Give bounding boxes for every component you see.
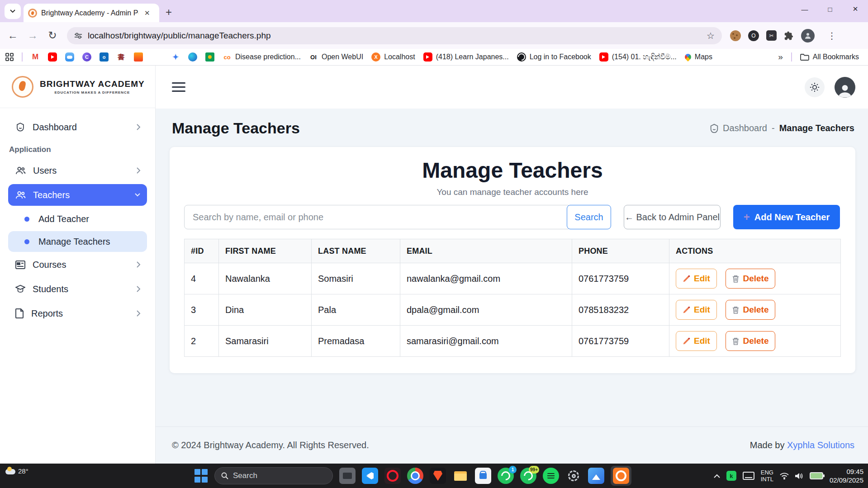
browser-profile-avatar[interactable] [801, 29, 815, 43]
settings-gear-icon[interactable] [565, 468, 582, 484]
user-avatar[interactable] [835, 77, 855, 98]
edit-button[interactable]: Edit [676, 300, 717, 320]
page-footer: © 2024 Brightway Academy. All Rights Res… [156, 426, 868, 464]
new-tab-button[interactable]: + [166, 6, 172, 19]
square-extension-icon[interactable]: ✂ [766, 30, 777, 41]
edge-bookmark-icon[interactable] [188, 52, 197, 62]
apps-grid-icon[interactable] [5, 53, 14, 61]
outlook-bookmark-icon[interactable]: o [100, 52, 109, 62]
touch-keyboard-icon[interactable] [743, 472, 754, 480]
cell-id: 2 [185, 326, 219, 357]
breadcrumb-separator: - [772, 123, 775, 133]
search-input[interactable] [184, 205, 569, 229]
url-bar[interactable]: localhost/brightway/public/manageTeacher… [67, 27, 722, 44]
sidebar-item-teachers[interactable]: Teachers [8, 184, 147, 206]
bullet-dot-icon [24, 217, 29, 222]
brave-icon[interactable] [430, 468, 446, 484]
sidebar-item-users[interactable]: Users [8, 160, 147, 181]
search-button[interactable]: Search [567, 205, 611, 229]
sidebar-item-manage-teachers[interactable]: Manage Teachers [8, 231, 147, 252]
wifi-icon[interactable] [780, 473, 789, 479]
chrome-icon[interactable] [407, 468, 423, 484]
chevron-up-icon[interactable] [714, 474, 720, 478]
language-indicator[interactable]: ENG INTL [761, 469, 773, 483]
start-button[interactable] [194, 469, 208, 483]
whatsapp-business-icon[interactable]: 99+ [520, 468, 536, 484]
window-close-button[interactable]: ✕ [843, 0, 868, 18]
edit-button[interactable]: Edit [676, 269, 717, 289]
theme-toggle-button[interactable] [805, 77, 825, 97]
sidebar-item-dashboard[interactable]: Dashboard [8, 116, 147, 138]
sidebar-item-reports[interactable]: Reports [8, 303, 147, 324]
file-explorer-icon[interactable] [452, 468, 469, 484]
photos-icon[interactable] [588, 468, 604, 484]
forward-icon[interactable]: → [23, 29, 43, 42]
active-app-icon[interactable] [613, 468, 629, 484]
back-icon[interactable]: ← [3, 29, 23, 42]
delete-button[interactable]: Delete [726, 331, 775, 351]
taskbar-weather-widget[interactable]: 28° [5, 467, 28, 475]
dark-extension-icon[interactable]: O [748, 30, 759, 41]
microsoft-store-icon[interactable] [475, 468, 491, 484]
url-text[interactable]: localhost/brightway/public/manageTeacher… [88, 31, 701, 41]
window-minimize-button[interactable]: — [792, 0, 817, 18]
youtube-bookmark-icon [423, 52, 432, 62]
gemini-bookmark-icon[interactable]: ✦ [171, 52, 180, 62]
cookie-extension-icon[interactable] [730, 30, 741, 41]
delete-button[interactable]: Delete [726, 269, 775, 289]
opera-icon[interactable] [384, 468, 401, 484]
whatsapp-icon[interactable]: 1 [498, 468, 514, 484]
comet-bookmark-icon[interactable]: C [82, 52, 91, 62]
bookmark-item[interactable]: (418) Learn Japanes... [423, 52, 509, 62]
add-new-teacher-button[interactable]: + Add New Teacher [733, 205, 840, 229]
window-app-icon[interactable] [339, 468, 356, 484]
bookmark-item[interactable]: Log in to Facebook [517, 52, 591, 62]
extensions-puzzle-icon[interactable] [784, 31, 794, 41]
all-bookmarks-button[interactable]: All Bookmarks [800, 53, 859, 61]
browser-menu-icon[interactable]: ⋮ [827, 30, 836, 41]
vscode-icon[interactable] [362, 468, 378, 484]
classroom-bookmark-icon[interactable] [205, 52, 214, 62]
col-header-phone: PHONE [572, 239, 669, 263]
col-header-email: EMAIL [400, 239, 572, 263]
bookmark-star-icon[interactable]: ☆ [707, 30, 715, 41]
sidebar-item-courses[interactable]: Courses [8, 254, 147, 275]
sidebar-item-add-teacher[interactable]: Add Teacher [8, 208, 147, 229]
orange-bookmark-icon[interactable] [134, 52, 143, 62]
bookmark-item[interactable]: Maps [685, 53, 712, 61]
search-icon [221, 472, 228, 479]
app-logo[interactable]: BRIGHTWAY ACADEMY EDUCATION MAKES A DIFF… [0, 66, 155, 108]
bookmark-item[interactable]: X Localhost [371, 52, 415, 62]
volume-icon[interactable] [795, 473, 803, 479]
logo-title: BRIGHTWAY ACADEMY [40, 79, 145, 89]
xyphla-solutions-link[interactable]: Xyphla Solutions [787, 440, 854, 450]
cloud-bookmark-icon[interactable] [65, 52, 74, 62]
bookmark-item[interactable]: co Disease prediction... [223, 52, 301, 62]
bookmark-item[interactable]: (154) 01. හැඳින්වීම... [599, 52, 677, 62]
back-to-admin-button[interactable]: ← Back to Admin Panel [624, 205, 721, 229]
youtube-bookmark-icon[interactable] [48, 52, 57, 62]
delete-button[interactable]: Delete [726, 300, 775, 320]
sidebar-item-students[interactable]: Students [8, 278, 147, 300]
site-settings-icon[interactable] [74, 32, 82, 39]
bookmark-item[interactable]: OI Open WebUI [309, 52, 363, 62]
cell-first-name: Nawalanka [219, 263, 312, 294]
browser-tab[interactable]: Brightway Academy - Admin Po ✕ [24, 4, 159, 22]
tab-search-button[interactable] [5, 4, 21, 19]
gmail-bookmark-icon[interactable]: M [31, 52, 40, 62]
kaspersky-icon[interactable]: k [726, 471, 736, 481]
bookmarks-overflow-icon[interactable]: » [778, 52, 783, 62]
window-maximize-button[interactable]: □ [817, 0, 843, 18]
calligraphy-bookmark-icon[interactable]: 書 [117, 52, 126, 62]
breadcrumb-dashboard-link[interactable]: Dashboard [709, 123, 767, 133]
battery-icon[interactable] [810, 472, 823, 479]
hamburger-menu-icon[interactable] [172, 82, 185, 92]
taskbar-clock[interactable]: 09:45 02/09/2025 [830, 467, 863, 484]
edit-button[interactable]: Edit [676, 331, 717, 351]
active-app-highlight[interactable] [611, 466, 631, 486]
all-bookmarks-label: All Bookmarks [813, 53, 859, 61]
refresh-icon[interactable]: ↻ [43, 29, 62, 42]
taskbar-search-box[interactable]: Search [214, 467, 333, 484]
spotify-icon[interactable] [543, 468, 559, 484]
tab-close-icon[interactable]: ✕ [142, 8, 152, 18]
